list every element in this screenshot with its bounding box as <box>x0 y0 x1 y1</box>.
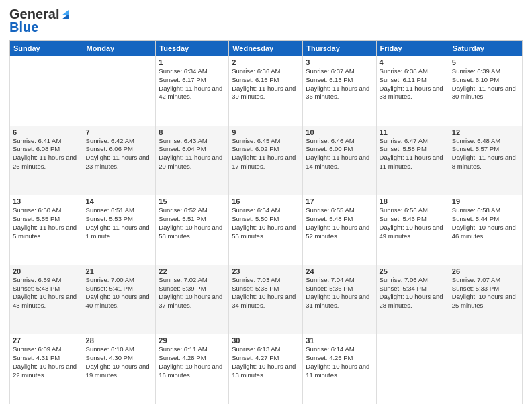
calendar-cell: 17Sunrise: 6:55 AM Sunset: 5:48 PM Dayli… <box>303 195 376 265</box>
calendar-cell: 13Sunrise: 6:50 AM Sunset: 5:55 PM Dayli… <box>10 195 83 265</box>
day-number: 9 <box>232 128 300 136</box>
day-number: 24 <box>306 267 373 275</box>
header: General Blue <box>9 7 523 35</box>
day-info: Sunrise: 6:59 AM Sunset: 5:43 PM Dayligh… <box>13 276 80 310</box>
logo: General Blue <box>9 7 71 35</box>
day-number: 16 <box>232 197 300 205</box>
col-header-sunday: Sunday <box>10 41 83 56</box>
calendar-cell: 18Sunrise: 6:56 AM Sunset: 5:46 PM Dayli… <box>376 195 449 265</box>
col-header-friday: Friday <box>376 41 449 56</box>
day-info: Sunrise: 6:45 AM Sunset: 6:02 PM Dayligh… <box>232 137 300 171</box>
day-info: Sunrise: 6:42 AM Sunset: 6:06 PM Dayligh… <box>86 137 153 171</box>
day-info: Sunrise: 7:06 AM Sunset: 5:34 PM Dayligh… <box>380 276 446 310</box>
day-info: Sunrise: 6:47 AM Sunset: 5:58 PM Dayligh… <box>380 137 446 171</box>
calendar-cell: 8Sunrise: 6:43 AM Sunset: 6:04 PM Daylig… <box>156 126 229 195</box>
day-info: Sunrise: 6:41 AM Sunset: 6:08 PM Dayligh… <box>13 137 80 171</box>
day-info: Sunrise: 7:02 AM Sunset: 5:39 PM Dayligh… <box>159 276 226 310</box>
day-info: Sunrise: 6:37 AM Sunset: 6:13 PM Dayligh… <box>306 67 373 101</box>
day-number: 10 <box>306 128 373 136</box>
day-info: Sunrise: 7:07 AM Sunset: 5:33 PM Dayligh… <box>452 276 519 310</box>
calendar-cell <box>449 334 522 404</box>
day-number: 19 <box>452 197 519 205</box>
calendar-cell: 12Sunrise: 6:48 AM Sunset: 5:57 PM Dayli… <box>449 126 522 195</box>
day-info: Sunrise: 6:10 AM Sunset: 4:30 PM Dayligh… <box>86 345 153 379</box>
day-info: Sunrise: 6:51 AM Sunset: 5:53 PM Dayligh… <box>86 206 153 240</box>
calendar-cell: 25Sunrise: 7:06 AM Sunset: 5:34 PM Dayli… <box>376 265 449 334</box>
day-info: Sunrise: 7:00 AM Sunset: 5:41 PM Dayligh… <box>86 276 153 310</box>
calendar-cell: 4Sunrise: 6:38 AM Sunset: 6:11 PM Daylig… <box>376 56 449 126</box>
day-number: 29 <box>159 336 226 345</box>
day-info: Sunrise: 6:54 AM Sunset: 5:50 PM Dayligh… <box>232 206 300 240</box>
calendar-cell: 2Sunrise: 6:36 AM Sunset: 6:15 PM Daylig… <box>229 56 303 126</box>
calendar-cell: 5Sunrise: 6:39 AM Sunset: 6:10 PM Daylig… <box>449 56 522 126</box>
day-info: Sunrise: 7:03 AM Sunset: 5:38 PM Dayligh… <box>232 276 300 310</box>
calendar-cell <box>376 334 449 404</box>
day-number: 13 <box>13 197 80 205</box>
day-number: 18 <box>380 197 446 205</box>
day-info: Sunrise: 6:58 AM Sunset: 5:44 PM Dayligh… <box>452 206 519 240</box>
day-info: Sunrise: 6:38 AM Sunset: 6:11 PM Dayligh… <box>380 67 446 101</box>
day-number: 20 <box>13 267 80 275</box>
day-info: Sunrise: 6:55 AM Sunset: 5:48 PM Dayligh… <box>306 206 373 240</box>
calendar-cell: 21Sunrise: 7:00 AM Sunset: 5:41 PM Dayli… <box>83 265 156 334</box>
day-info: Sunrise: 6:43 AM Sunset: 6:04 PM Dayligh… <box>159 137 226 171</box>
page: General Blue SundayMondayTuesdayWednesda… <box>0 0 532 411</box>
day-info: Sunrise: 6:13 AM Sunset: 4:27 PM Dayligh… <box>232 345 300 379</box>
calendar-cell: 27Sunrise: 6:09 AM Sunset: 4:31 PM Dayli… <box>10 334 83 404</box>
day-info: Sunrise: 6:48 AM Sunset: 5:57 PM Dayligh… <box>452 137 519 171</box>
day-number: 11 <box>380 128 446 136</box>
day-info: Sunrise: 6:14 AM Sunset: 4:25 PM Dayligh… <box>306 345 373 379</box>
calendar-cell: 20Sunrise: 6:59 AM Sunset: 5:43 PM Dayli… <box>10 265 83 334</box>
day-number: 8 <box>159 128 226 136</box>
day-number: 15 <box>159 197 226 205</box>
day-number: 22 <box>159 267 226 275</box>
calendar-cell: 19Sunrise: 6:58 AM Sunset: 5:44 PM Dayli… <box>449 195 522 265</box>
day-number: 12 <box>452 128 519 136</box>
day-number: 7 <box>86 128 153 136</box>
day-number: 17 <box>306 197 373 205</box>
day-number: 14 <box>86 197 153 205</box>
logo-blue: Blue <box>9 19 38 35</box>
col-header-tuesday: Tuesday <box>156 41 229 56</box>
calendar-cell: 26Sunrise: 7:07 AM Sunset: 5:33 PM Dayli… <box>449 265 522 334</box>
logo-arrow-icon <box>59 9 71 21</box>
calendar-cell: 3Sunrise: 6:37 AM Sunset: 6:13 PM Daylig… <box>303 56 376 126</box>
calendar-cell: 10Sunrise: 6:46 AM Sunset: 6:00 PM Dayli… <box>303 126 376 195</box>
calendar-cell: 14Sunrise: 6:51 AM Sunset: 5:53 PM Dayli… <box>83 195 156 265</box>
col-header-monday: Monday <box>83 41 156 56</box>
day-number: 30 <box>232 336 300 345</box>
day-number: 26 <box>452 267 519 275</box>
col-header-wednesday: Wednesday <box>229 41 303 56</box>
day-info: Sunrise: 6:46 AM Sunset: 6:00 PM Dayligh… <box>306 137 373 171</box>
day-info: Sunrise: 6:50 AM Sunset: 5:55 PM Dayligh… <box>13 206 80 240</box>
day-info: Sunrise: 6:52 AM Sunset: 5:51 PM Dayligh… <box>159 206 226 240</box>
calendar-cell <box>10 56 83 126</box>
calendar-cell: 6Sunrise: 6:41 AM Sunset: 6:08 PM Daylig… <box>10 126 83 195</box>
calendar-cell: 11Sunrise: 6:47 AM Sunset: 5:58 PM Dayli… <box>376 126 449 195</box>
day-info: Sunrise: 6:36 AM Sunset: 6:15 PM Dayligh… <box>232 67 300 101</box>
day-info: Sunrise: 7:04 AM Sunset: 5:36 PM Dayligh… <box>306 276 373 310</box>
calendar-cell: 9Sunrise: 6:45 AM Sunset: 6:02 PM Daylig… <box>229 126 303 195</box>
day-number: 25 <box>380 267 446 275</box>
day-info: Sunrise: 6:56 AM Sunset: 5:46 PM Dayligh… <box>380 206 446 240</box>
day-number: 27 <box>13 336 80 345</box>
calendar-cell: 1Sunrise: 6:34 AM Sunset: 6:17 PM Daylig… <box>156 56 229 126</box>
day-number: 31 <box>306 336 373 345</box>
calendar-cell: 30Sunrise: 6:13 AM Sunset: 4:27 PM Dayli… <box>229 334 303 404</box>
col-header-thursday: Thursday <box>303 41 376 56</box>
calendar-table: SundayMondayTuesdayWednesdayThursdayFrid… <box>9 40 523 404</box>
calendar-cell: 31Sunrise: 6:14 AM Sunset: 4:25 PM Dayli… <box>303 334 376 404</box>
calendar-cell: 23Sunrise: 7:03 AM Sunset: 5:38 PM Dayli… <box>229 265 303 334</box>
day-number: 4 <box>380 58 446 66</box>
day-number: 6 <box>13 128 80 136</box>
day-number: 3 <box>306 58 373 66</box>
calendar-cell: 22Sunrise: 7:02 AM Sunset: 5:39 PM Dayli… <box>156 265 229 334</box>
day-number: 1 <box>159 58 226 66</box>
calendar-cell <box>83 56 156 126</box>
day-info: Sunrise: 6:34 AM Sunset: 6:17 PM Dayligh… <box>159 67 226 101</box>
day-info: Sunrise: 6:09 AM Sunset: 4:31 PM Dayligh… <box>13 345 80 379</box>
calendar-cell: 29Sunrise: 6:11 AM Sunset: 4:28 PM Dayli… <box>156 334 229 404</box>
day-number: 23 <box>232 267 300 275</box>
calendar-cell: 28Sunrise: 6:10 AM Sunset: 4:30 PM Dayli… <box>83 334 156 404</box>
day-number: 5 <box>452 58 519 66</box>
